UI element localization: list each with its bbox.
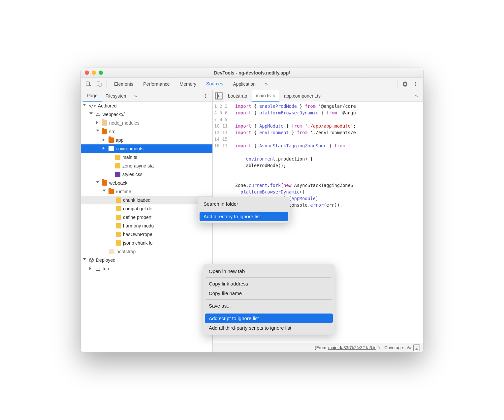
editor-statusbar: (From main.da33f7b2fe3f1fa3.js ) Coverag… [213,343,423,352]
folder-icon [102,120,107,126]
tree-zone-async[interactable]: zone-async-sta [81,162,212,170]
tree-label: runtime [116,189,131,194]
cm-search-in-folder[interactable]: Search in folder [200,199,288,209]
tree-hasown[interactable]: hasOwnPrope [81,230,212,239]
status-source-link[interactable]: main.da33f7b2fe3f1fa3.js [328,345,376,350]
folder-icon [109,189,114,194]
tree-label: main.ts [122,155,137,160]
tree-define-property[interactable]: define propert [81,213,212,222]
pretty-print-icon[interactable] [413,345,420,351]
cm-add-directory-ignore[interactable]: Add directory to ignore list [200,212,288,221]
tree-compat-get[interactable]: compat get de [81,204,212,213]
tree-label: Authored [98,103,117,108]
tree-main-ts[interactable]: main.ts [81,153,212,162]
tab-elements[interactable]: Elements [110,78,138,90]
tree-label: zone-async-sta [122,163,154,168]
tree-runtime[interactable]: runtime [81,187,212,196]
sidebar-tabs-overflow-icon[interactable]: » [132,93,140,99]
divider [397,80,397,88]
tree-label: chunk loaded [123,197,150,203]
file-tab-label: app.component.ts [284,93,321,99]
tree-top[interactable]: top [81,264,212,273]
devtools-tabstrip: Elements Performance Memory Sources Appl… [81,78,423,90]
tree-label: top [103,266,109,271]
file-tab-bootstrap[interactable]: bootstrap [224,90,251,102]
context-menu-separator [206,277,331,278]
sidebar-kebab-icon[interactable] [201,91,210,101]
tree-app[interactable]: app [81,136,212,144]
tree-webpack-folder[interactable]: webpack [81,179,212,187]
tree-environments[interactable]: environments [81,144,212,153]
cm-add-all-third-party[interactable]: Add all third-party scripts to ignore li… [205,323,333,333]
tree-src[interactable]: src [81,127,212,136]
svg-point-7 [205,95,206,96]
tab-application[interactable]: Application [228,78,260,90]
inspect-element-icon[interactable] [83,79,93,89]
tree-label: jsonp chunk lo [123,240,153,246]
file-tab-main-ts[interactable]: main.ts × [252,90,279,102]
file-tab-app-component[interactable]: app.component.ts [280,90,325,102]
tree-label: src [109,129,115,134]
tab-memory[interactable]: Memory [175,78,201,90]
file-icon [115,155,120,160]
sidebar-tabstrip: Page Filesystem » [81,90,212,102]
file-icon [116,215,121,220]
cm-copy-filename[interactable]: Copy file name [205,288,333,298]
tree-label: webpack:// [103,112,125,117]
tree-label: Deployed [96,257,115,263]
titlebar: DevTools - ng-devtools.netlify.app/ [81,68,423,78]
devtools-window: DevTools - ng-devtools.netlify.app/ Elem… [80,68,424,352]
tab-performance[interactable]: Performance [139,78,174,90]
svg-rect-9 [96,267,100,271]
tree-label: bootstrap [116,249,136,254]
file-tab-label: bootstrap [228,93,247,99]
close-tab-icon[interactable]: × [273,93,275,98]
file-icon [116,232,121,237]
svg-point-4 [415,83,416,84]
sidebar-tab-page[interactable]: Page [83,90,102,102]
file-icon [115,163,120,168]
sidebar-tab-filesystem[interactable]: Filesystem [102,90,132,102]
tree-authored[interactable]: </> Authored [81,102,212,110]
status-coverage: Coverage: n/a [384,345,411,350]
folder-icon [109,137,114,143]
deployed-icon [89,257,94,263]
device-toolbar-icon[interactable] [94,79,104,89]
context-menu-separator [206,312,331,312]
kebab-menu-icon[interactable] [411,79,421,89]
tree-deployed[interactable]: Deployed [81,256,212,264]
tree-label: compat get de [123,206,152,211]
file-context-menu: Open in new tab Copy link address Copy f… [203,264,335,335]
tab-sources[interactable]: Sources [202,78,228,90]
tree-chunk-loaded[interactable]: chunk loaded [81,196,212,204]
tree-harmony[interactable]: harmony modu [81,222,212,230]
status-from-suffix: ) [378,345,380,350]
zoom-window-button[interactable] [99,71,103,75]
sources-sidebar: Page Filesystem » </> Authored webpack:/… [81,90,213,352]
tree-label: styles.css [122,172,142,177]
toggle-navigator-icon[interactable] [214,91,223,101]
tabs-overflow-icon[interactable]: » [261,81,272,87]
tree-styles-css[interactable]: styles.css [81,170,212,179]
tree-bootstrap[interactable]: bootstrap [81,247,212,256]
file-tabs-overflow-icon[interactable]: » [411,93,422,99]
tree-label: node_modules [109,120,140,126]
divider [107,80,107,88]
file-tabstrip: bootstrap main.ts × app.component.ts » [213,90,423,102]
folder-icon [102,129,107,134]
settings-gear-icon[interactable] [400,79,410,89]
file-icon [115,172,120,177]
svg-point-5 [415,85,416,86]
tree-node-modules[interactable]: node_modules [81,119,212,127]
tree-label: environments [116,146,143,151]
tree-jsonp[interactable]: jsonp chunk lo [81,239,212,247]
folder-icon [102,180,107,186]
cm-open-new-tab[interactable]: Open in new tab [205,266,333,276]
cm-copy-link[interactable]: Copy link address [205,279,333,288]
cm-add-script-ignore[interactable]: Add script to ignore list [205,314,333,323]
cloud-icon [95,112,101,117]
cm-save-as[interactable]: Save as... [205,301,333,311]
minimize-window-button[interactable] [92,71,96,75]
tree-webpack-protocol[interactable]: webpack:// [81,110,212,119]
close-window-button[interactable] [85,71,89,75]
